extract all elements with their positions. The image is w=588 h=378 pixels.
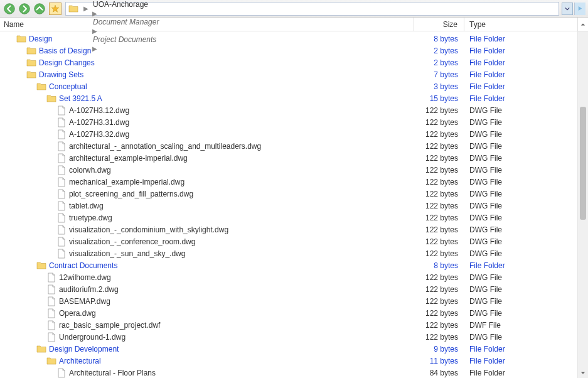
- item-type: File Folder: [464, 70, 577, 79]
- go-button[interactable]: [574, 3, 585, 15]
- file-row[interactable]: Opera.dwg122 bytesDWG File: [0, 307, 577, 319]
- item-size: 8 bytes: [414, 261, 464, 270]
- file-row[interactable]: Architectural - Floor Plans84 bytesFile …: [0, 367, 577, 378]
- breadcrumb-segment[interactable]: UOA-Anchorage: [91, 0, 161, 9]
- file-row[interactable]: plot_screening_and_fill_patterns.dwg122 …: [0, 188, 577, 200]
- toolbar: ▶ Q:▶C▶UOA-Anchorage▶Document Manager▶Pr…: [0, 0, 588, 18]
- file-row[interactable]: Underground-1.dwg122 bytesDWG File: [0, 331, 577, 343]
- item-size: 122 bytes: [414, 202, 464, 210]
- folder-icon: [68, 4, 78, 14]
- scroll-up-button[interactable]: [577, 18, 588, 31]
- item-type: DWG File: [464, 285, 577, 294]
- file-row[interactable]: architectural_-_annotation_scaling_and_m…: [0, 140, 577, 152]
- item-name: colorwh.dwg: [69, 166, 111, 175]
- item-size: 2 bytes: [414, 46, 464, 55]
- item-size: 3 bytes: [414, 82, 464, 91]
- file-icon: [56, 141, 67, 151]
- item-type: DWG File: [464, 202, 577, 210]
- item-name: Design: [29, 35, 52, 43]
- item-name: Contract Documents: [49, 261, 117, 270]
- item-name: architectural_example-imperial.dwg: [69, 154, 188, 163]
- item-name: BASEMAP.dwg: [59, 297, 110, 306]
- item-size: 122 bytes: [414, 249, 464, 258]
- column-header-size[interactable]: Size: [414, 18, 464, 31]
- favorites-button[interactable]: [49, 3, 61, 15]
- item-name: visualization_-_conference_room.dwg: [69, 237, 195, 246]
- item-name: Basis of Design: [39, 46, 91, 55]
- folder-row[interactable]: Design Changes2 bytesFile Folder: [0, 57, 577, 68]
- item-type: File Folder: [464, 35, 577, 43]
- folder-row[interactable]: Set 3921.5 A15 bytesFile Folder: [0, 92, 577, 104]
- item-type: DWG File: [464, 273, 577, 282]
- item-size: 122 bytes: [414, 285, 464, 294]
- file-icon: [56, 129, 67, 139]
- vertical-scrollbar[interactable]: [577, 31, 588, 378]
- scroll-down-button[interactable]: [578, 367, 588, 378]
- item-name: 12wilhome.dwg: [59, 273, 111, 282]
- item-type: DWG File: [464, 166, 577, 175]
- file-row[interactable]: colorwh.dwg122 bytesDWG File: [0, 164, 577, 176]
- item-size: 9 bytes: [414, 345, 464, 354]
- file-row[interactable]: BASEMAP.dwg122 bytesDWG File: [0, 295, 577, 307]
- folder-row[interactable]: Conceptual3 bytesFile Folder: [0, 80, 577, 92]
- file-icon: [56, 201, 67, 211]
- item-type: DWG File: [464, 154, 577, 163]
- file-row[interactable]: truetype.dwg122 bytesDWG File: [0, 212, 577, 224]
- file-row[interactable]: A-1027H3.32.dwg122 bytesDWG File: [0, 128, 577, 140]
- folder-row[interactable]: Contract Documents8 bytesFile Folder: [0, 259, 577, 271]
- file-row[interactable]: mechanical_example-imperial.dwg122 bytes…: [0, 176, 577, 188]
- item-name: mechanical_example-imperial.dwg: [69, 178, 184, 186]
- file-icon: [46, 296, 56, 306]
- item-type: File Folder: [464, 357, 577, 365]
- folder-row[interactable]: Architectural11 bytesFile Folder: [0, 355, 577, 367]
- file-row[interactable]: visualization_-_condominium_with_skyligh…: [0, 224, 577, 235]
- file-row[interactable]: rac_basic_sample_project.dwf122 bytesDWF…: [0, 319, 577, 331]
- folder-icon: [36, 344, 46, 354]
- column-header-type[interactable]: Type: [464, 18, 577, 31]
- column-header-name[interactable]: Name: [0, 18, 414, 31]
- file-icon: [46, 332, 56, 342]
- file-row[interactable]: A-1027H3.12.dwg122 bytesDWG File: [0, 104, 577, 116]
- item-name: A-1027H3.31.dwg: [69, 118, 129, 127]
- item-type: File Folder: [464, 369, 577, 377]
- item-type: DWG File: [464, 297, 577, 306]
- breadcrumb-dropdown-button[interactable]: [562, 3, 573, 15]
- forward-button[interactable]: [18, 2, 31, 16]
- item-type: File Folder: [464, 58, 577, 67]
- item-name: Design Development: [49, 345, 119, 354]
- item-name: Architectural: [59, 357, 101, 365]
- item-name: Underground-1.dwg: [59, 333, 126, 342]
- item-type: DWG File: [464, 190, 577, 198]
- folder-row[interactable]: Design Development9 bytesFile Folder: [0, 343, 577, 355]
- file-row[interactable]: A-1027H3.31.dwg122 bytesDWG File: [0, 116, 577, 128]
- item-size: 122 bytes: [414, 130, 464, 139]
- file-icon: [56, 105, 67, 116]
- folder-icon: [26, 58, 36, 68]
- triangle-up-icon: [580, 22, 585, 27]
- item-size: 122 bytes: [414, 106, 464, 115]
- up-button[interactable]: [33, 2, 46, 16]
- folder-row[interactable]: Drawing Sets7 bytesFile Folder: [0, 68, 577, 80]
- file-row[interactable]: visualization_-_sun_and_sky_.dwg122 byte…: [0, 247, 577, 259]
- item-type: File Folder: [464, 46, 577, 55]
- item-size: 122 bytes: [414, 309, 464, 318]
- file-icon: [46, 308, 56, 318]
- file-icon: [56, 117, 67, 127]
- file-row[interactable]: tablet.dwg122 bytesDWG File: [0, 200, 577, 212]
- file-icon: [56, 368, 67, 378]
- file-row[interactable]: 12wilhome.dwg122 bytesDWG File: [0, 271, 577, 283]
- file-icon: [56, 225, 67, 235]
- breadcrumb[interactable]: ▶ Q:▶C▶UOA-Anchorage▶Document Manager▶Pr…: [65, 2, 559, 16]
- file-icon: [46, 284, 56, 294]
- item-name: Drawing Sets: [39, 70, 83, 79]
- back-button[interactable]: [3, 2, 16, 16]
- folder-icon: [46, 356, 56, 366]
- file-row[interactable]: auditoriufm.2.dwg122 bytesDWG File: [0, 283, 577, 295]
- file-row[interactable]: architectural_example-imperial.dwg122 by…: [0, 152, 577, 164]
- file-row[interactable]: visualization_-_conference_room.dwg122 b…: [0, 235, 577, 247]
- folder-row[interactable]: Basis of Design2 bytesFile Folder: [0, 45, 577, 57]
- scroll-thumb[interactable]: [580, 107, 586, 220]
- file-icon: [56, 165, 67, 175]
- item-name: visualization_-_condominium_with_skyligh…: [69, 225, 228, 234]
- folder-row[interactable]: Design8 bytesFile Folder: [0, 33, 577, 45]
